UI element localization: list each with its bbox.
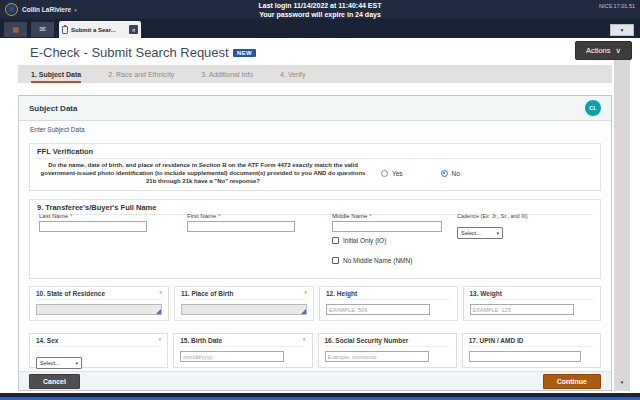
fbi-seal-logo (5, 3, 18, 16)
chevron-down-icon: ∨ (616, 46, 622, 55)
login-info: Last login 11/14/2022 at 11:40:44 EST Yo… (259, 1, 382, 19)
page-title: E-Check - Submit Search Request (30, 45, 229, 60)
first-name-label: First Name* (187, 213, 295, 219)
place-of-birth-field: 11. Place of Birth* (174, 286, 314, 321)
required-marker: * (159, 290, 162, 297)
caret-down-icon: ▾ (496, 230, 499, 236)
state-of-residence-field: 10. State of Residence* (29, 286, 169, 321)
middle-name-label: Middle Name* (332, 213, 442, 219)
card-header: Subject Data CL (19, 96, 611, 121)
required-marker: * (218, 213, 220, 219)
close-tab-button[interactable]: ✕ (129, 25, 138, 34)
tab-label: Submit a Sear... (71, 27, 116, 33)
tab-messages[interactable]: ✉ (31, 22, 54, 37)
main-content: E-Check - Submit Search Request NEW Acti… (0, 38, 640, 393)
required-marker: * (369, 213, 371, 219)
ffl-title: FFL Verification (37, 147, 593, 159)
state-of-residence-label: 10. State of Residence* (36, 290, 162, 300)
initial-only-checkbox[interactable]: Initial Only (IO) (332, 237, 386, 244)
last-name-input[interactable] (39, 221, 147, 232)
ssn-field: 16. Social Security Number (318, 333, 457, 368)
last-login-text: Last login 11/14/2022 at 11:40:44 EST (259, 1, 382, 10)
weight-input[interactable] (470, 304, 574, 315)
weight-field: 13. Weight (463, 286, 602, 321)
state-of-residence-combobox[interactable] (36, 304, 162, 315)
step-race-ethnicity[interactable]: 2. Race and Ethnicity (108, 65, 174, 83)
cancel-button[interactable]: Cancel (29, 374, 80, 389)
actions-button[interactable]: Actions ∨ (575, 41, 632, 60)
cadence-value: Select... (461, 230, 481, 236)
ssn-label: 16. Social Security Number (325, 337, 450, 347)
ffl-radio-group: Yes No (381, 170, 460, 177)
window-bottom-edge (0, 393, 640, 400)
app-grid-icon: ▦ (12, 26, 19, 33)
caret-down-icon: ▾ (75, 360, 78, 366)
ffl-verification-section: FFL Verification Do the name, date of bi… (29, 143, 601, 191)
card-title: Subject Data (29, 104, 77, 113)
close-icon: ✕ (131, 27, 135, 33)
birth-date-input[interactable] (180, 351, 284, 362)
ffl-no-label: No (452, 170, 460, 177)
card-subtitle: Enter Subject Data (19, 121, 611, 135)
cadence-select[interactable]: Select... ▾ (457, 227, 503, 239)
step-subject-data[interactable]: 1. Subject Data (31, 65, 81, 83)
nics-echeck-window: Collin LaRiviere ▾ Last login 11/14/2022… (0, 0, 640, 400)
step-verify[interactable]: 4. Verify (280, 65, 305, 83)
checkbox-icon (332, 257, 339, 264)
middle-name-input[interactable] (332, 221, 442, 232)
clipboard-icon (62, 26, 68, 34)
cadence-label: Cadence (Ex: Jr., Sr., and III) (457, 213, 528, 219)
tab-bar: ▦ ✉ Submit a Sear... ✕ ▼ (0, 19, 640, 38)
tab-overflow-dropdown[interactable]: ▼ (610, 24, 634, 36)
tab-home[interactable]: ▦ (4, 22, 27, 37)
ffl-no-radio[interactable]: No (441, 170, 460, 177)
required-marker: * (304, 290, 307, 297)
sex-label: 14. Sex* (36, 337, 161, 347)
upin-field: 17. UPIN / AMD ID (462, 333, 601, 368)
continue-button[interactable]: Continue (543, 374, 601, 389)
envelope-icon: ✉ (39, 26, 46, 34)
dropdown-arrow-icon: ▼ (620, 28, 625, 33)
sex-value: Select... (40, 360, 60, 366)
checkbox-icon (332, 237, 339, 244)
form-footer: Cancel Continue (19, 371, 611, 390)
ffl-yes-radio[interactable]: Yes (381, 170, 403, 177)
step-additional-info[interactable]: 3. Additional Info (201, 65, 253, 83)
weight-label: 13. Weight (470, 290, 595, 300)
initial-only-label: Initial Only (IO) (343, 237, 386, 244)
birth-date-field: 15. Birth Date* (173, 333, 312, 368)
tab-submit-search[interactable]: Submit a Sear... ✕ (59, 21, 141, 38)
sex-field: 14. Sex* Select... ▾ (29, 333, 168, 368)
required-marker: * (303, 337, 306, 344)
height-label: 12. Height (326, 290, 451, 300)
actions-label: Actions (586, 46, 611, 55)
no-middle-name-label: No Middle Name (NMN) (343, 257, 412, 264)
no-middle-name-checkbox[interactable]: No Middle Name (NMN) (332, 257, 412, 264)
user-menu[interactable]: Collin LaRiviere ▾ (22, 6, 77, 13)
combo-corner-icon (301, 309, 306, 314)
scroll-down-icon[interactable]: ▾ (621, 379, 624, 385)
subject-data-card: Subject Data CL Enter Subject Data FFL V… (18, 95, 612, 391)
avatar[interactable]: CL (585, 100, 601, 116)
scrollbar[interactable]: ▾ (614, 60, 630, 391)
wizard-steps: 1. Subject Data 2. Race and Ethnicity 3.… (18, 65, 612, 83)
sex-select[interactable]: Select... ▾ (36, 357, 82, 369)
upin-input[interactable] (469, 351, 581, 362)
ffl-question: Do the name, date of birth, and place of… (37, 161, 369, 185)
radio-checked-icon (441, 170, 448, 177)
full-name-section: 9. Transferee's/Buyer's Full Name Last N… (29, 199, 601, 279)
caret-down-icon: ▾ (74, 7, 77, 13)
height-input[interactable] (326, 304, 430, 315)
first-name-input[interactable] (187, 221, 295, 232)
last-name-label: Last Name* (39, 213, 147, 219)
required-marker: * (70, 213, 72, 219)
place-of-birth-combobox[interactable] (181, 304, 307, 315)
user-name: Collin LaRiviere (22, 6, 71, 13)
place-of-birth-label: 11. Place of Birth* (181, 290, 307, 300)
new-badge: NEW (233, 49, 256, 57)
required-marker: * (159, 337, 162, 344)
app-version: NICS 17.01.51 (599, 3, 635, 9)
ssn-input[interactable] (325, 351, 429, 362)
combo-corner-icon (156, 309, 161, 314)
radio-unchecked-icon (381, 170, 388, 177)
